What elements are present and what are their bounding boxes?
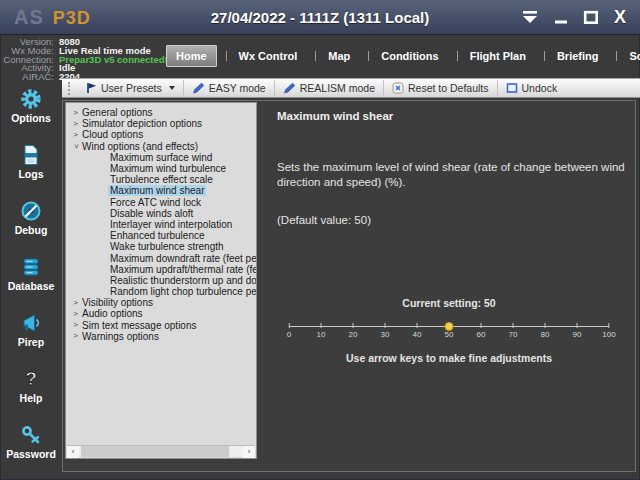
main-content: > General options > Simulator depiction … <box>62 100 636 472</box>
log-document-icon <box>20 144 42 166</box>
user-presets-button[interactable]: User Presets <box>78 80 183 96</box>
tree-item[interactable]: > Random light chop turbulence percentag… <box>66 286 256 297</box>
slider-tick: 10 <box>317 323 326 339</box>
tab[interactable]: Home <box>166 45 217 67</box>
slider-tick: 20 <box>349 323 358 339</box>
user-presets-label: User Presets <box>101 82 162 94</box>
close-icon[interactable]: X <box>614 8 626 26</box>
tick-label: 40 <box>413 330 422 339</box>
tab[interactable]: Map <box>315 46 359 66</box>
option-detail-panel: Maximum wind shear Sets the maximum leve… <box>263 101 635 471</box>
scroll-right-icon[interactable]: › <box>243 446 255 458</box>
tree-item[interactable]: > Enhanced turbulence <box>66 230 256 241</box>
sidebar-item-database[interactable]: Database <box>8 256 55 292</box>
tree-item[interactable]: > Audio options <box>66 308 256 319</box>
tree-item-label: Maximum wind turbulence <box>108 163 228 174</box>
reset-x-icon <box>392 82 404 94</box>
sidebar-nav: Options Logs Debug Database Pirep <box>0 88 62 460</box>
tree-item[interactable]: > Wind options (and effects) <box>66 141 256 152</box>
undock-button[interactable]: Undock <box>497 80 566 96</box>
tick-mark <box>288 323 289 328</box>
collapse-window-icon[interactable] <box>521 10 539 25</box>
window-controls: X <box>521 8 626 26</box>
tree-item-label: Simulator depiction options <box>80 118 204 129</box>
chevron-icon: > <box>71 109 80 117</box>
tick-label: 80 <box>541 330 550 339</box>
tab-label: Wx Control <box>239 50 298 62</box>
easy-mode-button[interactable]: EASY mode <box>183 80 274 96</box>
tab[interactable]: Conditions <box>368 46 447 66</box>
sidebar-label: Help <box>20 392 43 404</box>
tree-item[interactable]: > Cloud options <box>66 129 256 140</box>
reset-to-defaults-button[interactable]: Reset to Defaults <box>383 80 497 96</box>
scroll-left-icon[interactable]: ‹ <box>67 446 79 458</box>
tree-item[interactable]: > Maximum wind turbulence <box>66 163 256 174</box>
tab[interactable]: Briefing <box>544 46 608 66</box>
tick-mark <box>545 323 546 328</box>
tree-item-label: Visibility options <box>80 297 155 308</box>
tree-item[interactable]: > Realistic thunderstorm up and downdraf… <box>66 275 256 286</box>
scrollbar-thumb[interactable] <box>81 446 229 457</box>
tick-mark <box>513 323 514 328</box>
chevron-icon: > <box>71 131 80 139</box>
toolbar-grip-handle[interactable] <box>68 82 72 95</box>
logo-as: AS <box>14 6 44 29</box>
tab[interactable]: Scenarios <box>616 46 640 66</box>
option-description: Sets the maximum level of wind shear (ra… <box>277 160 635 190</box>
sidebar-item-pirep[interactable]: Pirep <box>18 312 44 348</box>
sidebar-item-help[interactable]: ? Help <box>20 368 43 404</box>
tree-item[interactable]: > Wake turbulence strength <box>66 241 256 252</box>
tree-item-label: Wake turbulence strength <box>108 241 226 252</box>
gear-icon <box>20 88 42 110</box>
tree-item[interactable]: > Warnings options <box>66 331 256 342</box>
wind-shear-slider[interactable]: 0 10 20 <box>289 319 609 343</box>
tree-item[interactable]: > Force ATC wind lock <box>66 197 256 208</box>
tree-item[interactable]: > Turbulence effect scale <box>66 174 256 185</box>
tree-item[interactable]: > Maximum surface wind <box>66 152 256 163</box>
tab-label: Briefing <box>557 50 599 62</box>
tree-item[interactable]: > Simulator depiction options <box>66 118 256 129</box>
question-mark-icon: ? <box>20 368 42 390</box>
sidebar-item-password[interactable]: Password <box>6 424 56 460</box>
tree-item-label: Interlayer wind interpolation <box>108 219 234 230</box>
tick-mark <box>385 323 386 328</box>
sidebar-label: Password <box>6 448 56 460</box>
realism-mode-button[interactable]: REALISM mode <box>274 80 383 96</box>
tree-item-label: Enhanced turbulence <box>108 230 207 241</box>
undock-window-icon <box>506 82 518 94</box>
tree-item[interactable]: > Maximum updraft/thermal rate (feet per… <box>66 264 256 275</box>
tree-item-label: Cloud options <box>80 129 145 140</box>
app-logo: AS P3D <box>14 6 91 29</box>
tree-item[interactable]: > Sim text message options <box>66 320 256 331</box>
key-icon <box>20 424 42 446</box>
tick-label: 50 <box>445 330 454 339</box>
tree-item[interactable]: > Maximum downdraft rate (feet per minut… <box>66 252 256 263</box>
tree-item[interactable]: > General options <box>66 107 256 118</box>
minimize-icon[interactable] <box>554 10 568 25</box>
database-icon <box>20 256 42 278</box>
chevron-down-icon <box>169 86 175 90</box>
horizontal-scrollbar[interactable]: ‹ › <box>67 445 255 457</box>
tab[interactable]: Wx Control <box>226 46 307 66</box>
tree-item[interactable]: > Disable winds aloft <box>66 208 256 219</box>
sidebar-label: Pirep <box>18 336 44 348</box>
sidebar-item-options[interactable]: Options <box>11 88 51 124</box>
tab-label: Home <box>176 50 207 62</box>
slider-tick: 100 <box>602 323 615 339</box>
tick-label: 0 <box>287 330 291 339</box>
tree-item[interactable]: > Visibility options <box>66 297 256 308</box>
options-tree-panel: > General options > Simulator depiction … <box>65 102 257 459</box>
chevron-icon: > <box>71 321 80 329</box>
sidebar-item-logs[interactable]: Logs <box>18 144 43 180</box>
tab-label: Conditions <box>381 50 438 62</box>
logo-p3d: P3D <box>53 8 91 29</box>
tab[interactable]: Flight Plan <box>457 46 535 66</box>
slider-tick: 90 <box>573 323 582 339</box>
tick-mark <box>577 323 578 328</box>
maximize-icon[interactable] <box>583 10 599 25</box>
tree-item[interactable]: > Interlayer wind interpolation <box>66 219 256 230</box>
tick-mark <box>321 323 322 328</box>
sidebar-item-debug[interactable]: Debug <box>15 200 48 236</box>
pencil-icon <box>283 82 296 94</box>
tree-item[interactable]: > Maximum wind shear <box>66 185 256 196</box>
